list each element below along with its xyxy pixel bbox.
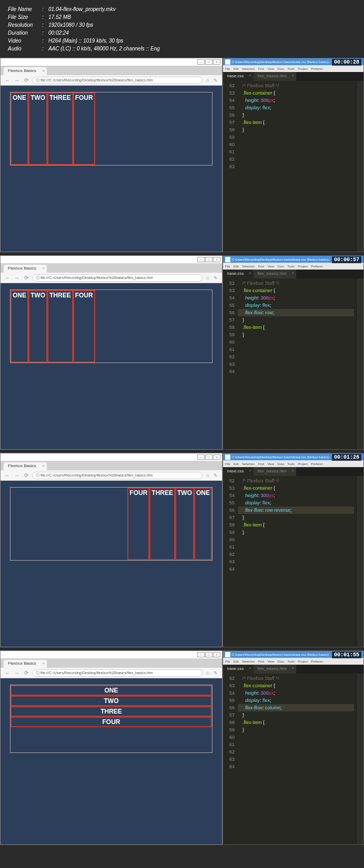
code-line[interactable]: } xyxy=(240,331,354,338)
code-line[interactable]: } xyxy=(240,711,354,719)
code-line[interactable]: .flex-item { xyxy=(240,324,354,331)
minimap[interactable] xyxy=(356,278,363,449)
menu-item[interactable]: Find xyxy=(258,265,265,268)
forward-button[interactable]: → xyxy=(13,472,21,479)
minimap[interactable] xyxy=(356,81,363,252)
code-line[interactable]: /* Flexbox Staff */ xyxy=(240,82,354,89)
tab-close-icon[interactable]: × xyxy=(42,68,45,73)
forward-button[interactable]: → xyxy=(13,77,21,84)
tab-close-icon[interactable]: × xyxy=(249,74,251,77)
code-line[interactable]: height: 300px; xyxy=(240,294,354,302)
editor-body[interactable]: 525354555657585960616263 /* Flexbox Staf… xyxy=(223,81,363,252)
tab-close-icon[interactable]: × xyxy=(42,266,45,271)
menu-item[interactable]: Preferen xyxy=(311,265,323,268)
menu-item[interactable]: Selection xyxy=(242,462,255,466)
editor-tab-active[interactable]: base.css× xyxy=(223,467,254,476)
menu-item[interactable]: Selection xyxy=(242,265,255,268)
reload-button[interactable]: ⟳ xyxy=(23,77,30,84)
menu-item[interactable]: File xyxy=(225,265,230,268)
code-line[interactable]: .flex-item { xyxy=(240,719,354,726)
code-line[interactable]: /* Flexbox Staff */ xyxy=(240,675,354,682)
menu-item[interactable]: Project xyxy=(298,67,308,70)
code-line[interactable]: display: flex; xyxy=(240,104,354,111)
menu-item[interactable]: Find xyxy=(258,660,265,663)
tab-close-icon[interactable]: × xyxy=(292,271,294,275)
tab-close-icon[interactable]: × xyxy=(249,666,251,670)
menu-item[interactable]: Selection xyxy=(242,67,255,70)
tab-close-icon[interactable]: × xyxy=(249,271,251,275)
forward-button[interactable]: → xyxy=(13,669,21,677)
menu-item[interactable]: View xyxy=(267,462,274,466)
menu-item[interactable]: File xyxy=(225,67,230,70)
code-line[interactable]: } xyxy=(240,514,354,521)
code-line[interactable]: /* Flexbox Staff */ xyxy=(240,280,354,287)
back-button[interactable]: ← xyxy=(4,472,11,479)
editor-body[interactable]: 52535455565758596061626364 /* Flexbox St… xyxy=(223,674,363,844)
code-line[interactable]: .flex-container { xyxy=(240,484,354,492)
code-line[interactable]: display: flex; xyxy=(240,697,354,704)
star-icon[interactable]: ☆ xyxy=(205,275,211,281)
code-area[interactable]: /* Flexbox Staff */ .flex-container { he… xyxy=(238,81,356,252)
tab-close-icon[interactable]: × xyxy=(292,74,294,77)
tab-close-icon[interactable]: × xyxy=(42,661,45,666)
editor-tab-inactive[interactable]: flex_basics.htm× xyxy=(254,665,296,674)
tab-close-icon[interactable]: × xyxy=(42,463,45,468)
editor-tab-active[interactable]: base.css× xyxy=(223,665,254,674)
minimize-button[interactable]: — xyxy=(197,652,205,657)
menu-item[interactable]: File xyxy=(225,660,230,663)
code-line[interactable]: } xyxy=(240,111,354,119)
menu-item[interactable]: File xyxy=(225,462,230,466)
menu-item[interactable]: Edit xyxy=(234,265,239,268)
code-line[interactable]: .flex-container { xyxy=(240,287,354,294)
minimap[interactable] xyxy=(356,476,363,647)
code-line[interactable]: flex-flow: column; xyxy=(238,704,354,711)
back-button[interactable]: ← xyxy=(4,669,11,677)
code-line[interactable]: display: flex; xyxy=(240,499,354,507)
forward-button[interactable]: → xyxy=(13,274,21,282)
star-icon[interactable]: ☆ xyxy=(205,670,211,676)
code-line[interactable]: flex-flow: row-reverse; xyxy=(238,507,354,514)
back-button[interactable]: ← xyxy=(4,77,11,84)
tab-close-icon[interactable]: × xyxy=(292,469,294,472)
code-area[interactable]: /* Flexbox Staff */ .flex-container { he… xyxy=(238,476,356,647)
extension-icon[interactable]: ✎ xyxy=(213,275,219,281)
menu-item[interactable]: Edit xyxy=(234,660,239,663)
code-line[interactable]: } xyxy=(240,529,354,536)
menu-item[interactable]: Project xyxy=(298,660,308,663)
url-input[interactable]: ⓘ file:///C:/Users/Recording/Desktop/fle… xyxy=(32,274,203,282)
code-area[interactable]: /* Flexbox Staff */ .flex-container { he… xyxy=(238,278,356,449)
tab-close-icon[interactable]: × xyxy=(292,666,294,670)
code-line[interactable]: .flex-item { xyxy=(240,521,354,529)
extension-icon[interactable]: ✎ xyxy=(213,77,219,84)
menu-item[interactable]: View xyxy=(267,67,274,70)
code-line[interactable]: } xyxy=(240,126,354,133)
browser-tab[interactable]: Flexbox Basics× xyxy=(4,265,47,273)
menu-item[interactable]: Project xyxy=(298,265,308,268)
menu-item[interactable]: Find xyxy=(258,462,265,466)
menu-item[interactable]: Goto xyxy=(277,67,284,70)
menu-item[interactable]: Tools xyxy=(287,462,295,466)
tab-close-icon[interactable]: × xyxy=(249,469,251,472)
code-line[interactable]: height: 300px; xyxy=(240,97,354,104)
menu-item[interactable]: Selection xyxy=(242,660,255,663)
star-icon[interactable]: ☆ xyxy=(205,472,211,479)
browser-tab[interactable]: Flexbox Basics× xyxy=(4,462,47,470)
reload-button[interactable]: ⟳ xyxy=(23,669,30,677)
code-line[interactable]: height: 300px; xyxy=(240,689,354,697)
code-line[interactable]: .flex-item { xyxy=(240,119,354,126)
minimap[interactable] xyxy=(356,674,363,844)
menu-item[interactable]: View xyxy=(267,660,274,663)
menu-item[interactable]: Find xyxy=(258,67,265,70)
menu-item[interactable]: Tools xyxy=(287,265,295,268)
menu-item[interactable]: Goto xyxy=(277,462,284,466)
minimize-button[interactable]: — xyxy=(197,59,205,65)
close-button[interactable]: × xyxy=(213,652,220,657)
menu-item[interactable]: Preferen xyxy=(311,67,323,70)
code-line[interactable]: } xyxy=(240,316,354,324)
maximize-button[interactable]: □ xyxy=(205,257,213,262)
star-icon[interactable]: ☆ xyxy=(205,77,211,84)
browser-tab[interactable]: Flexbox Basics× xyxy=(4,660,47,668)
code-line[interactable]: .flex-container { xyxy=(240,89,354,97)
code-line[interactable]: } xyxy=(240,726,354,733)
maximize-button[interactable]: □ xyxy=(205,454,213,460)
